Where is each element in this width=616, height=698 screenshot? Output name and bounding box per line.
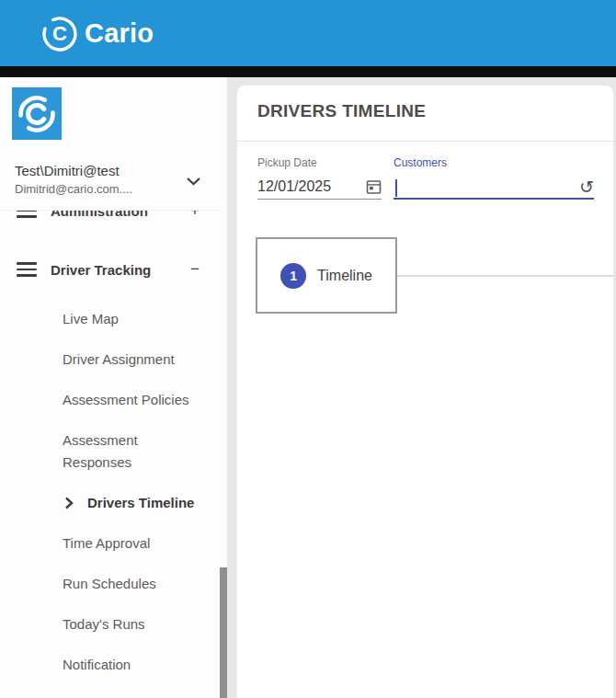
- sidebar-item-assessment-policies[interactable]: Assessment Policies: [0, 380, 220, 420]
- title-divider: [237, 141, 613, 142]
- calendar-icon[interactable]: [366, 178, 382, 195]
- pickup-date-field: Pickup Date: [257, 157, 382, 200]
- sidebar-item-driver-assignment[interactable]: Driver Assignment: [0, 339, 220, 380]
- sidebar: Test\Dimitri@test Dimitrid@cario.com....…: [0, 77, 227, 698]
- timeline-stepper: 1 Timeline: [237, 237, 613, 314]
- filter-bar: Pickup Date Customers: [237, 157, 613, 200]
- sidebar-group-administration[interactable]: Administration +: [0, 210, 220, 236]
- sidebar-group-label: Administration: [51, 210, 148, 219]
- customers-field: Customers ↺: [394, 157, 594, 200]
- sidebar-group-driver-tracking[interactable]: Driver Tracking −: [0, 244, 220, 295]
- menu-icon: [17, 260, 37, 279]
- sidebar-scrollbar-thumb[interactable]: [220, 567, 227, 698]
- stepper-connector-line: [397, 275, 613, 277]
- main-content: DRIVERS TIMELINE Pickup Date: [237, 86, 613, 698]
- user-account-block[interactable]: Test\Dimitri@test Dimitrid@cario.com....: [15, 162, 218, 197]
- customers-input[interactable]: [394, 178, 579, 195]
- step-number-badge: 1: [280, 263, 306, 289]
- sidebar-item-todays-runs[interactable]: Today's Runs: [0, 604, 220, 645]
- cario-swirl-logo-icon: [12, 87, 62, 140]
- cario-circle-c-icon: C: [40, 13, 80, 53]
- menu-icon: [17, 210, 37, 220]
- undo-icon[interactable]: ↺: [579, 177, 594, 196]
- text-cursor: [395, 179, 397, 197]
- sidebar-item-assessment-responses[interactable]: Assessment Responses: [0, 420, 220, 483]
- chevron-right-icon: [64, 497, 74, 509]
- pickup-date-input[interactable]: [257, 178, 366, 195]
- brand-name: Cario: [85, 18, 154, 49]
- step-timeline[interactable]: 1 Timeline: [256, 237, 397, 314]
- sidebar-item-drivers-timeline[interactable]: Drivers Timeline: [0, 483, 220, 523]
- sidebar-item-live-map[interactable]: Live Map: [0, 299, 220, 339]
- step-label: Timeline: [317, 268, 372, 284]
- page-title: DRIVERS TIMELINE: [237, 86, 613, 122]
- brand-logo[interactable]: C Cario: [40, 13, 154, 53]
- app-header: C Cario: [0, 0, 616, 66]
- sidebar-item-run-schedules[interactable]: Run Schedules: [0, 564, 220, 604]
- sidebar-item-notification[interactable]: Notification: [0, 645, 220, 685]
- sidebar-group-label: Driver Tracking: [51, 262, 151, 278]
- collapse-icon[interactable]: −: [188, 260, 201, 279]
- customers-label: Customers: [394, 157, 594, 169]
- pickup-date-label: Pickup Date: [257, 157, 382, 169]
- sidebar-item-time-approval[interactable]: Time Approval: [0, 523, 220, 564]
- chevron-down-icon[interactable]: [186, 173, 201, 189]
- sidebar-menu: Administration + Driver Tracking − Live …: [0, 210, 220, 698]
- svg-text:C: C: [52, 22, 67, 45]
- header-divider-strip: [0, 66, 616, 77]
- expand-icon[interactable]: +: [188, 210, 201, 220]
- app-window: C Cario Test\Dimitri@test Dimitrid@cario…: [0, 0, 616, 698]
